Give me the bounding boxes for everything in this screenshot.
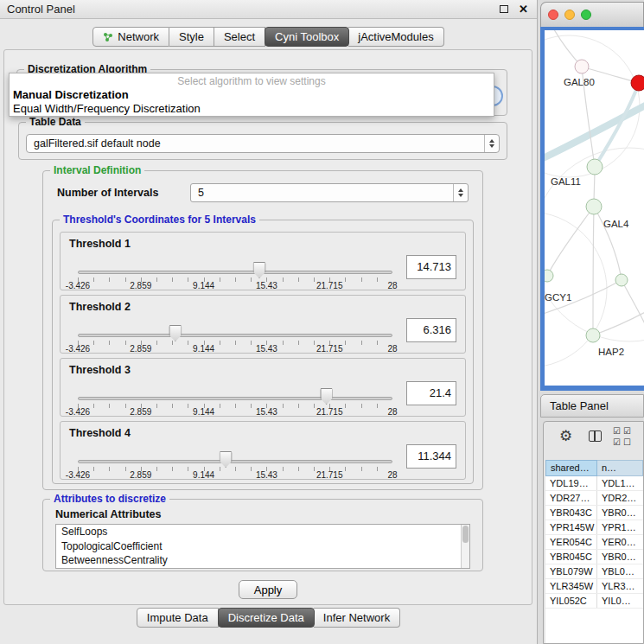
svg-text:GAL4: GAL4	[603, 219, 629, 229]
mac-zoom-button[interactable]	[581, 10, 591, 20]
slider-scale: -3.426 2.859 9.144 15.43 21.715 28	[78, 407, 392, 418]
list-item[interactable]: BetweennessCentrality	[56, 553, 469, 568]
control-panel-window: Control Panel ✕ Network Style Select Cyn…	[0, 0, 538, 644]
cell[interactable]: YIL052C	[545, 594, 597, 608]
scrollbar-thumb[interactable]	[462, 526, 469, 543]
cell[interactable]: YER0…	[597, 535, 643, 549]
slider-thumb[interactable]	[169, 325, 182, 341]
columns-icon[interactable]	[589, 430, 602, 442]
cell[interactable]: YDL1…	[597, 476, 643, 490]
cell[interactable]: YDR27…	[545, 491, 597, 505]
threshold-1-slider[interactable]: -3.426 2.859 9.144 15.43 21.715 28	[78, 233, 392, 290]
scale-label: 28	[387, 470, 397, 480]
scale-label: 9.144	[193, 281, 214, 290]
mac-close-button[interactable]	[548, 10, 558, 20]
threshold-2-slider[interactable]: -3.426 2.859 9.144 15.43 21.715 28	[78, 296, 392, 353]
tab-style[interactable]: Style	[169, 27, 214, 47]
combobox-stepper[interactable]	[484, 135, 499, 152]
tab-impute-data[interactable]: Impute Data	[137, 608, 219, 628]
table-row[interactable]: YDR27…YDR2…	[545, 491, 643, 506]
slider-track[interactable]	[78, 334, 392, 337]
float-window-icon[interactable]	[500, 5, 508, 13]
table-row[interactable]: YPR145WYPR1…	[545, 520, 643, 535]
cell[interactable]: YPR1…	[597, 520, 643, 534]
slider-scale: -3.426 2.859 9.144 15.43 21.715 28	[78, 281, 392, 291]
network-graph[interactable]: GAL80GAL11GAL4GCY1HAP2	[545, 30, 644, 386]
column-header-shared-name[interactable]: shared…	[545, 460, 597, 476]
cell[interactable]: YBR043C	[545, 506, 597, 520]
cell[interactable]: YDL19…	[545, 476, 597, 490]
threshold-2-value-field[interactable]: 6.316	[406, 318, 456, 342]
slider-thumb[interactable]	[320, 388, 333, 405]
threshold-4-slider[interactable]: -3.426 2.859 9.144 15.43 21.715 28	[78, 422, 392, 479]
table-row[interactable]: YIL052CYIL0…	[545, 594, 643, 609]
threshold-3-value-field[interactable]: 21.4	[406, 381, 456, 405]
table-row[interactable]: YER054CYER0…	[545, 535, 643, 550]
cell[interactable]: YBL079W	[545, 564, 597, 578]
cell[interactable]: YDR2…	[597, 491, 643, 505]
tab-network[interactable]: Network	[92, 27, 169, 47]
scale-label: 2.859	[130, 407, 151, 417]
threshold-3-slider[interactable]: -3.426 2.859 9.144 15.43 21.715 28	[78, 359, 392, 416]
threshold-panel-3: Threshold 3 -3.426 2.859 9.144 15.43 21.…	[60, 358, 466, 417]
threshold-1-value-field[interactable]: 14.713	[406, 255, 456, 279]
cell[interactable]: YER054C	[545, 535, 597, 549]
slider-thumb[interactable]	[220, 451, 233, 468]
slider-track[interactable]	[78, 460, 392, 463]
numerical-attributes-label: Numerical Attributes	[55, 508, 161, 520]
table-row[interactable]: YBR043CYBR0…	[545, 506, 643, 520]
checkbox-icon: ☑	[613, 437, 623, 448]
cell[interactable]: YBR045C	[545, 550, 597, 564]
dropdown-option-equal-width[interactable]: Equal Width/Frequency Discretization	[10, 102, 494, 116]
threshold-4-value-field[interactable]: 11.344	[406, 444, 456, 469]
network-canvas[interactable]: GAL80GAL11GAL4GCY1HAP2	[545, 30, 644, 386]
scale-label: 28	[387, 344, 397, 354]
tab-discretize-data[interactable]: Discretize Data	[218, 608, 315, 628]
scale-label: 9.144	[193, 407, 214, 417]
apply-button[interactable]: Apply	[239, 580, 297, 599]
scale-label: 28	[387, 281, 397, 290]
stepper-up-icon	[489, 139, 494, 143]
cell[interactable]: YLR345W	[545, 579, 597, 593]
thresholds-group-label: Threshold's Coordinates for 5 Intervals	[60, 214, 259, 226]
stepper-up-icon	[458, 188, 463, 192]
scale-label: 2.859	[130, 470, 151, 480]
tab-jactivemodules[interactable]: jActiveModules	[348, 27, 443, 47]
list-item[interactable]: SelfLoops	[56, 525, 469, 539]
slider-thumb[interactable]	[253, 262, 266, 278]
cell[interactable]: YIL0…	[597, 594, 643, 608]
select-columns-icon[interactable]: ☑ ☑ ☑ ☐	[613, 425, 634, 448]
tab-cyni-toolbox[interactable]: Cyni Toolbox	[265, 27, 349, 47]
number-of-intervals-spinner[interactable]: 5	[190, 183, 469, 202]
column-header-name[interactable]: n…	[597, 460, 643, 476]
scale-label: 21.715	[316, 407, 343, 417]
dropdown-option-manual-discretization[interactable]: Manual Discretization	[10, 88, 494, 102]
cell[interactable]: YBL0…	[597, 564, 643, 578]
threshold-panel-2: Threshold 2 -3.426 2.859 9.144 15.43 21.…	[60, 295, 466, 354]
attributes-listbox[interactable]: SelfLoops TopologicalCoefficient Between…	[55, 524, 470, 569]
tab-select[interactable]: Select	[214, 27, 265, 47]
network-icon	[103, 32, 113, 42]
cell[interactable]: YBR0…	[597, 506, 643, 520]
cell[interactable]: YBR0…	[597, 550, 643, 564]
close-icon[interactable]: ✕	[519, 3, 528, 15]
slider-track[interactable]	[78, 397, 392, 400]
cell[interactable]: YLR3…	[597, 579, 643, 593]
threshold-panel-4: Threshold 4 -3.426 2.859 9.144 15.43 21.…	[60, 421, 466, 480]
list-scrollbar[interactable]	[461, 525, 469, 568]
table-data-combobox[interactable]: galFiltered.sif default node	[26, 134, 500, 153]
table-panel-window: ⚙ ☑ ☑ ☑ ☐ shared… n… YDL19…YDL1… YDR27…Y…	[543, 421, 644, 644]
list-item[interactable]: TopologicalCoefficient	[56, 539, 469, 554]
tab-infer-network[interactable]: Infer Network	[314, 608, 400, 628]
spinner-stepper[interactable]	[453, 184, 468, 201]
table-row[interactable]: YDL19…YDL1…	[545, 476, 643, 491]
table-row[interactable]: YBR045CYBR0…	[545, 550, 643, 564]
table-row[interactable]: YBL079WYBL0…	[545, 564, 643, 579]
scale-label: 2.859	[130, 281, 151, 290]
cell[interactable]: YPR145W	[545, 520, 597, 534]
gear-icon[interactable]: ⚙	[559, 427, 572, 445]
table-row[interactable]: YLR345WYLR3…	[545, 579, 643, 594]
slider-track[interactable]	[78, 271, 392, 274]
mac-minimize-button[interactable]	[564, 10, 575, 20]
tab-cyni-toolbox-label: Cyni Toolbox	[275, 30, 339, 43]
